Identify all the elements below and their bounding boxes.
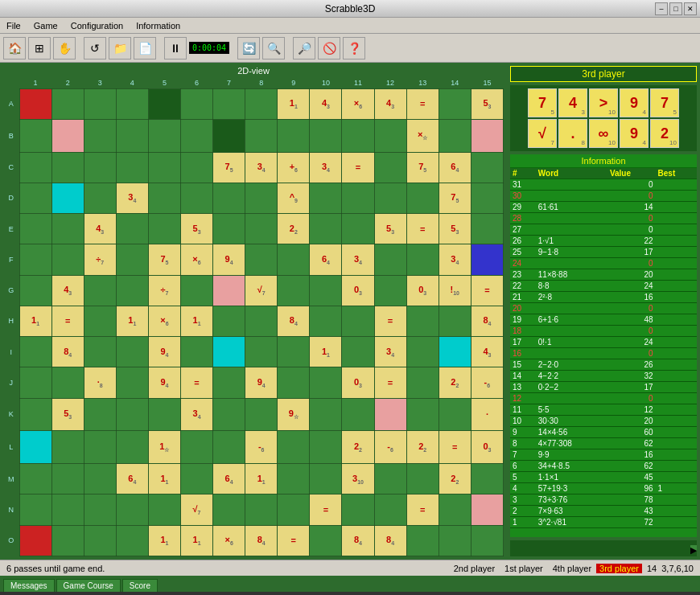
board-cell[interactable] [84,306,116,336]
board-cell[interactable] [278,119,310,152]
board-cell[interactable]: 11 [245,464,278,494]
tile[interactable]: 43 [558,88,587,117]
board-cell[interactable] [245,306,278,336]
board-cell[interactable] [245,244,278,275]
board-cell[interactable] [245,494,278,525]
board-cell[interactable] [180,119,212,152]
board-cell[interactable] [180,275,212,306]
board-cell[interactable] [310,431,342,464]
board-cell[interactable] [116,88,148,119]
board-cell[interactable]: -6 [245,431,278,464]
undo-button[interactable]: ↺ [84,37,106,60]
board-cell[interactable] [19,337,51,367]
board-cell[interactable] [180,464,212,494]
board-cell[interactable]: 84 [374,525,406,556]
board-cell[interactable]: 43 [51,275,84,306]
board-cell[interactable]: = [374,306,406,336]
board-cell[interactable]: 43 [310,88,342,119]
menu-information[interactable]: Information [133,20,183,31]
board-cell[interactable]: = [310,494,342,525]
zoom-button[interactable]: 🔎 [293,37,315,60]
home-button[interactable]: 🏠 [3,37,26,60]
board-cell[interactable] [116,367,148,398]
board-cell[interactable] [342,183,374,213]
tab-game-course[interactable]: Game Course [56,579,121,592]
board-cell[interactable]: = [406,494,439,525]
hand-button[interactable]: ✋ [53,37,76,60]
board-cell[interactable] [406,398,439,431]
board-cell[interactable] [148,152,180,183]
board-cell[interactable]: √7 [180,494,212,525]
board-cell[interactable] [278,244,310,275]
board-cell[interactable] [374,464,406,494]
board-cell[interactable] [471,464,503,494]
board-cell[interactable] [439,119,471,152]
board-cell[interactable]: 84 [245,525,278,556]
board-cell[interactable] [471,525,503,556]
board-cell[interactable] [51,183,84,213]
board-cell[interactable]: 1☆ [148,431,180,464]
board-cell[interactable] [278,367,310,398]
board-cell[interactable] [213,183,245,213]
board-cell[interactable] [471,494,503,525]
board-cell[interactable] [342,337,374,367]
board-cell[interactable] [213,494,245,525]
board-cell[interactable] [19,152,51,183]
tile[interactable]: √7 [528,119,557,148]
board-cell[interactable]: 03 [342,275,374,306]
board-cell[interactable] [310,306,342,336]
board-cell[interactable]: 11 [310,337,342,367]
board-cell[interactable]: 11 [116,306,148,336]
board-cell[interactable] [84,398,116,431]
board-cell[interactable] [19,88,51,119]
board-cell[interactable]: 84 [278,306,310,336]
board-cell[interactable]: = [374,367,406,398]
board-cell[interactable]: 22 [439,464,471,494]
board-cell[interactable] [471,152,503,183]
board-cell[interactable]: 34 [439,244,471,275]
board-cell[interactable] [19,431,51,464]
menu-file[interactable]: File [3,20,24,31]
board-cell[interactable]: 53 [374,214,406,244]
pause-button[interactable]: ⏸ [164,37,187,60]
board-cell[interactable]: 94 [148,367,180,398]
board-cell[interactable] [310,119,342,152]
board-cell[interactable] [84,275,116,306]
board-cell[interactable] [84,337,116,367]
board-cell[interactable] [116,431,148,464]
board-cell[interactable] [180,337,212,367]
board-cell[interactable]: ×☆ [406,119,439,152]
board-cell[interactable] [84,525,116,556]
board-cell[interactable] [84,119,116,152]
board-cell[interactable] [278,275,310,306]
board-cell[interactable] [51,367,84,398]
tile[interactable]: 94 [620,88,649,117]
search-button[interactable]: 🔄 [237,37,260,60]
board-cell[interactable]: !10 [439,275,471,306]
board-cell[interactable] [406,244,439,275]
board-cell[interactable]: ÷7 [148,275,180,306]
open-button[interactable]: 📁 [109,37,131,60]
board-cell[interactable] [374,183,406,213]
board-cell[interactable] [406,183,439,213]
board-cell[interactable]: · [471,398,503,431]
board-cell[interactable] [213,214,245,244]
board-cell[interactable] [310,214,342,244]
board-cell[interactable]: 43 [471,337,503,367]
board-cell[interactable] [471,119,503,152]
board-cell[interactable] [116,214,148,244]
board-cell[interactable] [84,464,116,494]
board-cell[interactable] [148,494,180,525]
grid-button[interactable]: ⊞ [28,37,51,60]
board-cell[interactable] [213,367,245,398]
board-cell[interactable] [278,337,310,367]
board-cell[interactable]: ×6 [180,244,212,275]
board-cell[interactable] [148,119,180,152]
board-cell[interactable]: = [439,431,471,464]
board-cell[interactable] [148,88,180,119]
tab-messages[interactable]: Messages [3,579,55,592]
board-cell[interactable] [180,152,212,183]
stop-button[interactable]: 🚫 [318,37,340,60]
board-cell[interactable] [213,119,245,152]
scroll-right[interactable]: ▶ [690,545,697,552]
